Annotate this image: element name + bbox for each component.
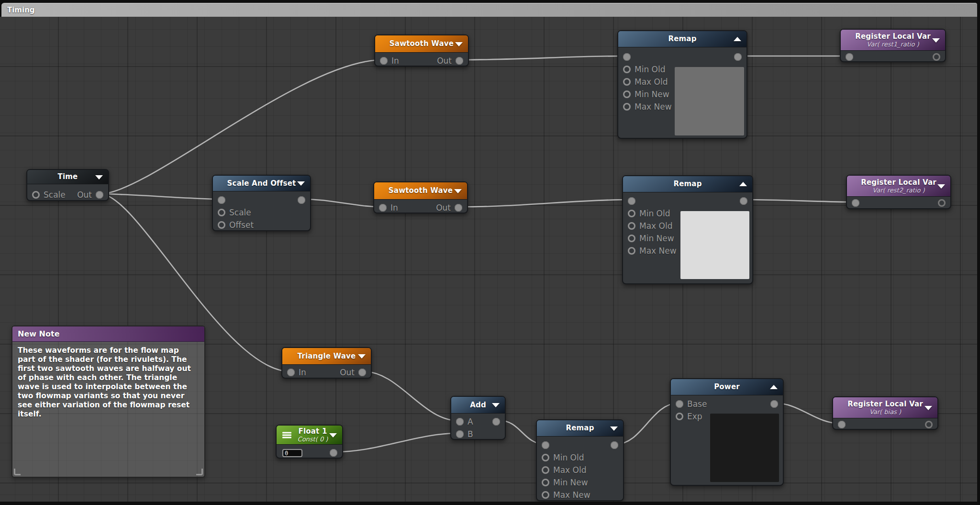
wire-scaleoffset-to-sawtooth2[interactable] (302, 199, 383, 207)
node-sawtooth-wave-2[interactable]: Sawtooth Wave In Out (373, 181, 468, 213)
output-port[interactable] (96, 191, 103, 199)
node-regvar2-header[interactable]: Register Local Var Var( rest2_ratio ) (847, 176, 950, 197)
node-register-local-var-rest1-ratio[interactable]: Register Local Var Var( rest1_ratio ) (840, 29, 946, 62)
input-port-in[interactable] (379, 204, 387, 212)
node-regvar3-header[interactable]: Register Local Var Var( bias ) (833, 397, 937, 418)
input-port-min-old[interactable] (623, 66, 631, 73)
output-port[interactable] (492, 418, 500, 426)
wire-power-to-regvar3[interactable] (775, 403, 841, 424)
note-box[interactable]: New Note These waveforms are for the flo… (11, 325, 205, 478)
collapse-arrow-icon[interactable] (924, 405, 932, 410)
output-port[interactable] (298, 196, 305, 204)
input-port-max-old[interactable] (542, 466, 549, 474)
node-float-1[interactable]: Float 1 Const( 0 ) (276, 425, 343, 459)
input-port-max-new[interactable] (623, 103, 631, 111)
wire-remap3-to-power[interactable] (616, 403, 679, 444)
input-port-in[interactable] (218, 196, 225, 204)
node-regvar1-header[interactable]: Register Local Var Var( rest1_ratio ) (841, 30, 945, 51)
input-port-max-old[interactable] (628, 222, 635, 230)
collapse-arrow-icon[interactable] (454, 189, 462, 193)
output-port[interactable] (455, 204, 462, 212)
node-time[interactable]: Time Scale Out (26, 169, 109, 201)
collapse-arrow-icon[interactable] (95, 175, 103, 179)
collapse-arrow-icon[interactable] (358, 354, 366, 359)
node-add-header[interactable]: Add (451, 397, 505, 414)
float-value-input[interactable] (282, 449, 302, 457)
collapse-arrow-icon[interactable] (734, 37, 741, 41)
input-port-exp[interactable] (676, 413, 683, 420)
resize-handle-left[interactable] (14, 469, 21, 475)
input-port-max-old[interactable] (623, 78, 631, 86)
node-remap-3[interactable]: Remap Min Old Max Old Min New Max New (536, 419, 624, 501)
node-float1-header[interactable]: Float 1 Const( 0 ) (277, 426, 342, 445)
node-sawtooth1-header[interactable]: Sawtooth Wave (375, 35, 468, 53)
input-port-a[interactable] (456, 418, 464, 426)
collapse-arrow-icon[interactable] (297, 181, 305, 186)
resize-handle-right[interactable] (196, 469, 203, 475)
node-remap-2[interactable]: Remap Min Old Max Old Min New Max New (622, 175, 753, 284)
collapse-arrow-icon[interactable] (770, 385, 778, 389)
input-port-b[interactable] (456, 430, 464, 438)
node-remap1-header[interactable]: Remap (618, 31, 746, 47)
input-port-base[interactable] (676, 400, 683, 408)
note-text[interactable]: These waveforms are for the flow map par… (12, 342, 204, 423)
output-port[interactable] (456, 57, 463, 65)
node-time-header[interactable]: Time (27, 170, 108, 184)
menu-icon[interactable] (282, 432, 291, 438)
node-remap3-header[interactable]: Remap (537, 420, 623, 437)
node-sawtooth2-header[interactable]: Sawtooth Wave (374, 182, 467, 200)
node-triangle-wave[interactable]: Triangle Wave In Out (281, 347, 372, 379)
node-sawtooth-wave-1[interactable]: Sawtooth Wave In Out (374, 34, 469, 67)
input-port-in[interactable] (287, 369, 295, 376)
input-port-in[interactable] (623, 53, 631, 61)
output-port[interactable] (611, 441, 618, 449)
wire-time-to-sawtooth1[interactable] (100, 60, 383, 194)
output-port[interactable] (330, 449, 337, 457)
wire-float1-to-add-b[interactable] (334, 433, 459, 452)
input-port-min-old[interactable] (542, 454, 549, 461)
collapse-arrow-icon[interactable] (932, 38, 940, 42)
node-remap2-header[interactable]: Remap (623, 176, 752, 192)
node-power[interactable]: Power Base Exp (670, 378, 784, 486)
collapse-arrow-icon[interactable] (455, 42, 463, 46)
wire-remap2-to-regvar2[interactable] (745, 200, 855, 202)
collapse-arrow-icon[interactable] (329, 433, 337, 437)
output-port[interactable] (933, 53, 940, 61)
input-port-min-new[interactable] (623, 90, 631, 98)
input-port-in[interactable] (838, 421, 846, 428)
output-port[interactable] (770, 400, 778, 408)
input-port-min-new[interactable] (542, 479, 549, 486)
node-register-local-var-rest2-ratio[interactable]: Register Local Var Var( rest2_ratio ) (846, 175, 951, 209)
input-port-in[interactable] (628, 197, 635, 205)
wire-sawtooth2-to-remap2[interactable] (460, 200, 632, 207)
collapse-arrow-icon[interactable] (937, 184, 945, 188)
node-add[interactable]: Add A B (450, 396, 506, 440)
input-port-min-new[interactable] (628, 235, 635, 242)
input-port-max-new[interactable] (542, 491, 549, 499)
node-remap-1[interactable]: Remap Min Old Max Old Min New Max New (617, 30, 747, 139)
wire-triangle-to-add-a[interactable] (363, 371, 459, 421)
output-port[interactable] (358, 369, 366, 376)
collapse-arrow-icon[interactable] (492, 403, 500, 407)
wire-sawtooth1-to-remap1[interactable] (460, 56, 626, 60)
node-power-header[interactable]: Power (671, 379, 783, 395)
collapse-arrow-icon[interactable] (610, 426, 618, 430)
input-port-in[interactable] (852, 199, 859, 207)
input-port-in[interactable] (542, 441, 549, 449)
input-port-scale[interactable] (32, 191, 40, 199)
output-port[interactable] (925, 421, 933, 428)
collapse-arrow-icon[interactable] (739, 182, 747, 186)
output-port[interactable] (938, 199, 946, 207)
output-port[interactable] (734, 53, 742, 61)
input-port-scale[interactable] (218, 209, 225, 216)
node-scaleoffset-header[interactable]: Scale And Offset (213, 176, 310, 191)
input-port-min-old[interactable] (628, 210, 635, 217)
node-graph-editor[interactable]: Timing Time Scale Out (0, 0, 980, 505)
input-port-in[interactable] (380, 57, 388, 65)
node-register-local-var-bias[interactable]: Register Local Var Var( bias ) (832, 396, 938, 430)
note-header[interactable]: New Note (12, 326, 204, 342)
input-port-in[interactable] (846, 53, 853, 61)
wire-time-to-scaleoffset[interactable] (100, 194, 221, 199)
output-port[interactable] (740, 197, 747, 205)
input-port-max-new[interactable] (628, 247, 635, 255)
